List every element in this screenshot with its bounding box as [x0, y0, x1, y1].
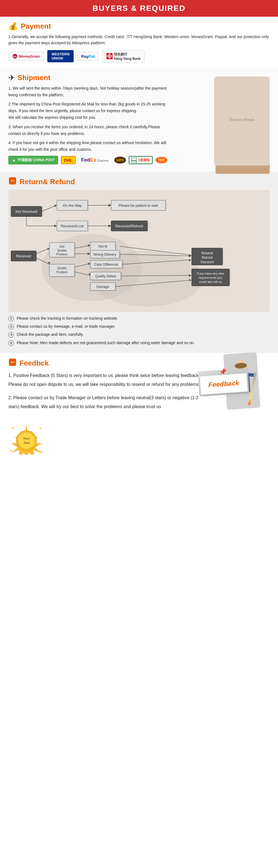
note-num-3: ③ [8, 332, 14, 338]
hsbc-svg-icon [106, 53, 113, 59]
svg-text:★: ★ [10, 449, 13, 453]
refund-flow-diagram: Not Received On the Way Please be patien… [8, 190, 270, 312]
paypal-logo: PayPal [77, 52, 99, 61]
svg-rect-19 [235, 96, 250, 99]
payment-description: 1.Generally, we accept the following pay… [8, 34, 270, 46]
pin-icon: 📌 [219, 368, 227, 376]
payment-icon: 💰 [8, 22, 18, 31]
shipment-point-1: 1. We will sent the items within 7days (… [8, 85, 170, 98]
shipment-point-4: 4. If you have not got it within the shi… [8, 140, 170, 153]
svg-text:MG: MG [13, 56, 17, 58]
feedback-card-label: Feedback [208, 379, 239, 389]
hsbc-label: 恒生銀行Hang Seng Bank [114, 52, 140, 61]
svg-text:could also tell us: could also tell us [199, 280, 222, 283]
tnt-logo: TNT [155, 157, 167, 163]
chinapost-label: 中国邮政 CHINA POST [18, 158, 55, 162]
delivery-person-svg [215, 79, 270, 174]
svg-text:Quality: Quality [57, 266, 67, 270]
payment-heading: Payment [21, 22, 51, 31]
svg-text:Refund: Refund [202, 256, 213, 259]
ems-logo: EMS ≡EMS [129, 156, 152, 164]
paypal-label: PayPal [81, 54, 95, 59]
svg-text:Received/Refund: Received/Refund [115, 224, 143, 228]
svg-text:Not fit: Not fit [98, 245, 107, 248]
ems-svg-icon: EMS [132, 158, 137, 163]
svg-point-11 [236, 95, 248, 101]
return-section: ↩ Return& Refund Not Received [0, 172, 278, 353]
moneygram-svg-icon: MG [12, 54, 18, 59]
feedback-card: Feedback [200, 373, 248, 395]
svg-text:Quality: Quality [57, 249, 67, 252]
moneygram-logo: MG MoneyGram [8, 52, 44, 61]
svg-point-10 [236, 97, 248, 111]
svg-point-18 [235, 96, 250, 101]
svg-rect-8 [240, 128, 247, 131]
note-text-3: Check the package and Item, carefully. [17, 332, 84, 337]
refund-flow-svg: Not Received On the Way Please be patien… [8, 190, 270, 312]
svg-text:Wrong Delivery: Wrong Delivery [94, 253, 116, 256]
page-header: BUYERS & REQUIRED [0, 0, 278, 17]
svg-text:Not Received: Not Received [15, 210, 37, 214]
shipping-logos: 邮 中国邮政 CHINA POST DHL FedEx Express UPS … [8, 156, 270, 164]
svg-rect-12 [229, 109, 237, 114]
shipment-point-2: 2.The shipment by China Post Registered … [8, 101, 170, 121]
dhl-label: DHL [64, 158, 73, 162]
fedex-label: FedEx Express [81, 157, 109, 163]
svg-text:★: ★ [39, 427, 42, 430]
feedback-point-2: 2. Please contact us by Trade Manager or… [8, 393, 203, 411]
svg-rect-13 [248, 109, 256, 114]
svg-text:↩: ↩ [11, 178, 14, 183]
shipment-heading: Shipment [18, 73, 50, 82]
refund-note-4: ④ Please Note: Men made defects are not … [8, 339, 270, 346]
feedback-point-1: 1. Positive Feedback (5 Stars) is very i… [8, 371, 203, 389]
svg-text:Damage: Damage [97, 285, 109, 289]
delivery-person-illustration [215, 79, 270, 174]
svg-text:Problem: Problem [57, 271, 68, 274]
svg-text:Discount: Discount [201, 260, 214, 264]
note-num-4: ④ [8, 340, 14, 346]
svg-rect-15 [243, 125, 248, 138]
svg-text:★: ★ [39, 450, 43, 454]
feedback-icon: ↩ [8, 358, 17, 368]
fedex-logo: FedEx Express [78, 156, 111, 164]
svg-point-109 [18, 432, 35, 449]
svg-rect-14 [237, 125, 242, 138]
dhl-logo: DHL [61, 156, 76, 164]
note-text-2: Please contact us by meesage, e-mail, or… [17, 324, 115, 329]
shipment-section: ✈ Shipment [0, 68, 278, 172]
svg-rect-4 [215, 79, 270, 174]
refund-note-2: ② Please contact us by meesage, e-mail, … [8, 323, 270, 330]
svg-text:If you have any else: If you have any else [197, 272, 224, 275]
return-heading: Return& Refund [20, 178, 75, 186]
svg-text:Problem: Problem [57, 253, 68, 256]
chinapost-svg-icon: 邮 [11, 158, 16, 163]
feedback-text-container: 1. Positive Feedback (5 Stars) is very i… [8, 371, 203, 411]
svg-text:Resend: Resend [201, 251, 213, 255]
return-icon: ↩ [8, 177, 17, 187]
svg-text:↩: ↩ [11, 360, 14, 365]
shipment-icon: ✈ [8, 73, 15, 82]
svg-point-17 [242, 138, 250, 142]
gold-seal-container: Your Text ★ ★ ★ ★ ★ [8, 424, 44, 456]
feedback-inner: 📌 Feedback [8, 371, 270, 471]
svg-text:★: ★ [25, 452, 27, 455]
svg-text:邮: 邮 [13, 159, 15, 162]
ems-label: ≡EMS [138, 157, 149, 162]
shipment-points: 1. We will sent the items within 7days (… [8, 85, 170, 153]
svg-text:requirements you: requirements you [199, 276, 222, 279]
svg-point-21 [244, 103, 245, 105]
svg-point-20 [240, 103, 241, 105]
svg-text:EMS: EMS [132, 159, 137, 162]
gold-seal-svg: Your Text ★ ★ ★ ★ ★ [8, 424, 44, 455]
refund-notes: ① Please check the tracking in formation… [8, 315, 270, 346]
note-num-1: ① [8, 316, 14, 321]
svg-rect-5 [232, 124, 254, 143]
ups-logo: UPS [114, 157, 126, 163]
svg-text:On the Way: On the Way [63, 204, 82, 208]
svg-text:Quality Defect: Quality Defect [95, 274, 116, 278]
feedback-section: ↩ Feedbck 📌 Feedback [0, 353, 278, 487]
feedback-heading: Feedbck [20, 359, 49, 368]
svg-text:Color Difference: Color Difference [94, 262, 118, 267]
svg-text:Text: Text [23, 441, 30, 444]
svg-point-16 [236, 138, 244, 142]
